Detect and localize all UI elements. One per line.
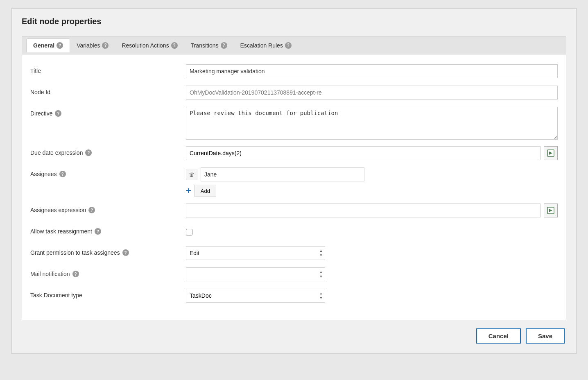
assignee-row: 🗑 (186, 167, 558, 181)
due-date-help-badge[interactable]: ? (85, 149, 92, 156)
add-assignee-button[interactable]: Add (194, 185, 216, 197)
save-button[interactable]: Save (526, 328, 565, 344)
grant-permission-label: Grant permission to task assignees ? (30, 246, 186, 256)
directive-control: Please review this document for publicat… (186, 107, 558, 140)
assignees-help-badge[interactable]: ? (59, 171, 66, 177)
form-area: Title Node Id Directive ? Please review … (22, 54, 566, 320)
mail-notification-control (186, 267, 558, 281)
task-doc-type-select-wrap: TaskDoc (186, 289, 325, 303)
trash-icon: 🗑 (189, 171, 194, 178)
directive-label: Directive ? (30, 107, 186, 117)
assignees-expr-label: Assignees expression ? (30, 204, 186, 213)
due-date-row: Due date expression ? (30, 146, 558, 161)
add-assignee-plus-button[interactable]: + (186, 186, 191, 195)
directive-help-badge[interactable]: ? (55, 110, 61, 117)
tab-general[interactable]: General ? (26, 38, 70, 52)
directive-row: Directive ? Please review this document … (30, 107, 558, 140)
assignees-block: 🗑 + Add (186, 167, 558, 197)
assignees-row: Assignees ? 🗑 + Add (30, 167, 558, 197)
dialog: Edit node properties General ? Variables… (11, 8, 577, 354)
dialog-title: Edit node properties (22, 17, 566, 26)
allow-reassignment-checkbox[interactable] (186, 229, 192, 235)
mail-notification-select-wrap (186, 267, 325, 281)
task-doc-type-control: TaskDoc (186, 289, 558, 303)
assignees-expr-button[interactable] (544, 204, 558, 217)
assignees-expr-input[interactable] (186, 204, 541, 217)
allow-reassignment-row: Allow task reassignment ? (30, 225, 558, 240)
tab-bar: General ? Variables ? Resolution Actions… (22, 36, 566, 54)
add-assignee-row: + Add (186, 185, 558, 197)
tab-transitions[interactable]: Transitions ? (184, 39, 234, 52)
grant-permission-select[interactable]: Edit Read None (186, 246, 325, 260)
assignees-expression-row (186, 204, 558, 217)
mail-notification-row: Mail notification ? (30, 267, 558, 282)
grant-permission-row: Grant permission to task assignees ? Edi… (30, 246, 558, 261)
assignee-delete-button[interactable]: 🗑 (186, 169, 197, 180)
title-input[interactable] (186, 64, 558, 78)
tab-escalation-rules-help[interactable]: ? (285, 42, 292, 49)
tab-variables[interactable]: Variables ? (70, 39, 115, 52)
grant-permission-control: Edit Read None (186, 246, 558, 260)
assignees-expr-help-badge[interactable]: ? (88, 207, 95, 213)
tab-transitions-help[interactable]: ? (221, 42, 227, 49)
due-date-expression-row (186, 146, 558, 160)
footer: Cancel Save (22, 328, 566, 344)
assignees-control: 🗑 + Add (186, 167, 558, 197)
assignees-expr-row: Assignees expression ? (30, 204, 558, 218)
title-control (186, 64, 558, 78)
assignees-expr-control (186, 204, 558, 217)
tab-escalation-rules[interactable]: Escalation Rules ? (234, 39, 298, 52)
tab-general-help[interactable]: ? (57, 42, 63, 49)
tab-variables-label: Variables (77, 42, 100, 49)
title-label: Title (30, 64, 186, 74)
directive-textarea[interactable]: Please review this document for publicat… (186, 107, 558, 140)
mail-notification-label: Mail notification ? (30, 267, 186, 277)
assignee-input[interactable] (201, 167, 364, 181)
assignees-label: Assignees ? (30, 167, 186, 177)
tab-general-label: General (33, 42, 54, 49)
grant-permission-help-badge[interactable]: ? (122, 249, 129, 256)
task-doc-type-label: Task Document type (30, 289, 186, 299)
allow-reassignment-label: Allow task reassignment ? (30, 225, 186, 235)
tab-transitions-label: Transitions (191, 42, 219, 49)
tab-variables-help[interactable]: ? (102, 42, 109, 49)
tab-resolution-actions-help[interactable]: ? (171, 42, 178, 49)
task-doc-type-row: Task Document type TaskDoc (30, 289, 558, 303)
node-id-label: Node Id (30, 86, 186, 95)
due-date-control (186, 146, 558, 160)
due-date-input[interactable] (186, 146, 541, 160)
tab-escalation-rules-label: Escalation Rules (240, 42, 283, 49)
allow-reassignment-control (186, 225, 558, 235)
due-date-expr-button[interactable] (544, 146, 558, 160)
tab-resolution-actions[interactable]: Resolution Actions ? (115, 39, 184, 52)
mail-notification-help-badge[interactable]: ? (72, 271, 79, 277)
title-row: Title (30, 64, 558, 79)
due-date-label: Due date expression ? (30, 146, 186, 156)
node-id-row: Node Id (30, 86, 558, 100)
allow-reassignment-help-badge[interactable]: ? (95, 228, 101, 235)
mail-notification-select[interactable] (186, 267, 325, 281)
grant-permission-select-wrap: Edit Read None (186, 246, 325, 260)
node-id-input[interactable] (186, 86, 558, 100)
tab-resolution-actions-label: Resolution Actions (122, 42, 169, 49)
task-doc-type-select[interactable]: TaskDoc (186, 289, 325, 303)
node-id-control (186, 86, 558, 100)
cancel-button[interactable]: Cancel (476, 328, 521, 344)
